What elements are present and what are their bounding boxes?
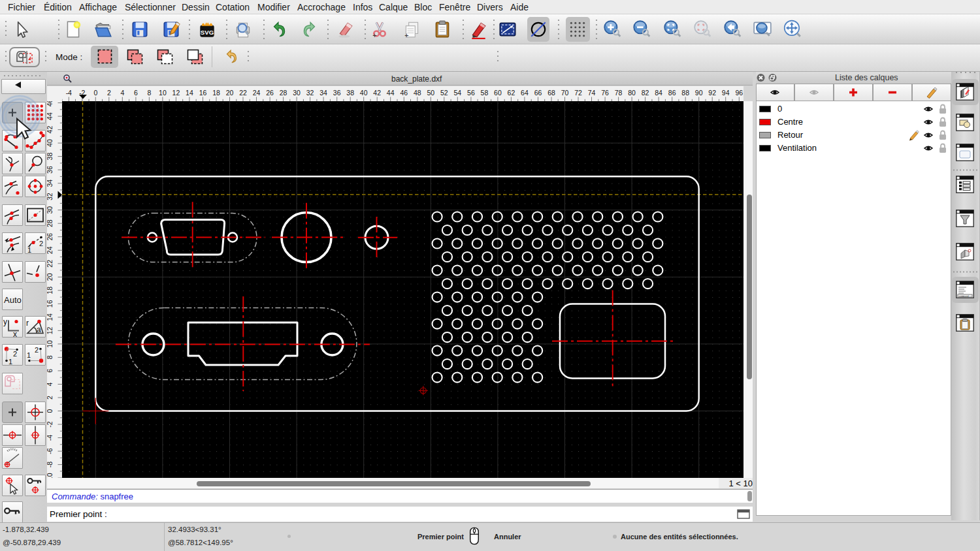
svg-text:32: 32 — [47, 193, 54, 200]
svg-text:92: 92 — [708, 88, 716, 96]
svg-text:command: command — [959, 295, 969, 298]
svg-text:54: 54 — [453, 88, 461, 96]
svg-text:1: 1 — [27, 351, 31, 359]
svg-text:26: 26 — [47, 232, 54, 240]
svg-text:18: 18 — [47, 286, 54, 294]
svg-text:-4: -4 — [47, 434, 54, 440]
svg-text:22: 22 — [47, 259, 54, 267]
svg-text:44: 44 — [387, 88, 395, 96]
svg-text:1: 1 — [8, 358, 12, 366]
svg-text:36: 36 — [333, 88, 341, 96]
svg-text:14: 14 — [186, 88, 193, 96]
svg-text:14: 14 — [47, 313, 54, 321]
svg-text:SVG: SVG — [201, 29, 214, 36]
svg-text:8: 8 — [47, 355, 54, 359]
svg-text:0: 0 — [93, 88, 97, 96]
svg-text:-6: -6 — [47, 448, 54, 454]
svg-text:38: 38 — [47, 152, 54, 160]
svg-text:24: 24 — [253, 88, 261, 96]
svg-text:80: 80 — [628, 88, 636, 96]
svg-text:44: 44 — [47, 112, 54, 120]
svg-text:22: 22 — [239, 88, 247, 96]
svg-text:10: 10 — [159, 88, 167, 96]
svg-text:Auto: Auto — [4, 295, 22, 305]
svg-text:68: 68 — [547, 88, 555, 96]
svg-text:46: 46 — [47, 101, 54, 106]
svg-text:2: 2 — [107, 88, 111, 96]
svg-text:36: 36 — [47, 166, 54, 174]
svg-text:66: 66 — [534, 88, 542, 96]
svg-text:10: 10 — [47, 339, 54, 347]
svg-text:30: 30 — [47, 206, 54, 213]
svg-text:6: 6 — [47, 368, 54, 372]
svg-text:4: 4 — [120, 88, 124, 96]
svg-text:-8: -8 — [47, 461, 54, 467]
svg-text:8: 8 — [147, 88, 151, 96]
svg-text:12: 12 — [47, 326, 54, 334]
svg-text:r: r — [26, 319, 29, 328]
svg-text:28: 28 — [280, 88, 287, 96]
svg-text:16: 16 — [47, 300, 54, 307]
svg-text:56: 56 — [467, 88, 475, 96]
svg-text:40: 40 — [47, 139, 54, 147]
svg-text:16: 16 — [199, 88, 207, 96]
svg-text:78: 78 — [615, 88, 623, 96]
svg-text:x: x — [13, 330, 17, 338]
svg-text:40: 40 — [360, 88, 368, 96]
svg-text:-2: -2 — [47, 421, 54, 427]
svg-text:74: 74 — [588, 88, 596, 96]
svg-text:50: 50 — [427, 88, 434, 96]
svg-text:48: 48 — [414, 88, 421, 96]
svg-text:-4: -4 — [66, 88, 72, 96]
svg-text:84: 84 — [655, 88, 662, 96]
svg-text:90: 90 — [695, 88, 703, 96]
svg-text:20: 20 — [47, 273, 54, 281]
svg-text:34: 34 — [319, 88, 327, 96]
svg-text:2: 2 — [39, 240, 43, 247]
svg-text:18: 18 — [212, 88, 220, 96]
svg-text:2: 2 — [35, 346, 39, 354]
svg-text:2: 2 — [47, 395, 54, 399]
svg-text:86: 86 — [668, 88, 676, 96]
svg-text:20: 20 — [226, 88, 234, 96]
svg-text:0: 0 — [47, 409, 54, 413]
svg-text:82: 82 — [642, 88, 649, 96]
svg-text:2: 2 — [13, 350, 17, 358]
svg-text:6: 6 — [134, 88, 138, 96]
svg-text:72: 72 — [574, 88, 582, 96]
svg-text:42: 42 — [373, 88, 381, 96]
svg-text:60: 60 — [494, 88, 502, 96]
svg-text:26: 26 — [266, 88, 274, 96]
svg-text:46: 46 — [400, 88, 408, 96]
svg-text:a: a — [37, 325, 41, 334]
svg-text:76: 76 — [601, 88, 609, 96]
svg-text:62: 62 — [508, 88, 515, 96]
svg-text:+: + — [404, 31, 408, 39]
svg-text:y: y — [3, 317, 7, 326]
svg-text:24: 24 — [47, 246, 54, 254]
svg-text:28: 28 — [47, 219, 54, 227]
svg-text:42: 42 — [47, 125, 54, 133]
svg-text:58: 58 — [481, 88, 489, 96]
svg-text:70: 70 — [561, 88, 569, 96]
svg-text:1: 1 — [27, 246, 31, 254]
svg-text:+: + — [372, 31, 376, 39]
svg-text:34: 34 — [47, 179, 54, 187]
svg-text:96: 96 — [735, 88, 743, 96]
svg-text:94: 94 — [722, 88, 730, 96]
svg-text:4: 4 — [47, 382, 54, 386]
svg-text:38: 38 — [346, 88, 354, 96]
svg-text:52: 52 — [440, 88, 448, 96]
svg-text:32: 32 — [306, 88, 314, 96]
svg-text:30: 30 — [293, 88, 301, 96]
svg-text:64: 64 — [521, 88, 529, 96]
svg-text:12: 12 — [172, 88, 180, 96]
svg-text:88: 88 — [681, 88, 689, 96]
